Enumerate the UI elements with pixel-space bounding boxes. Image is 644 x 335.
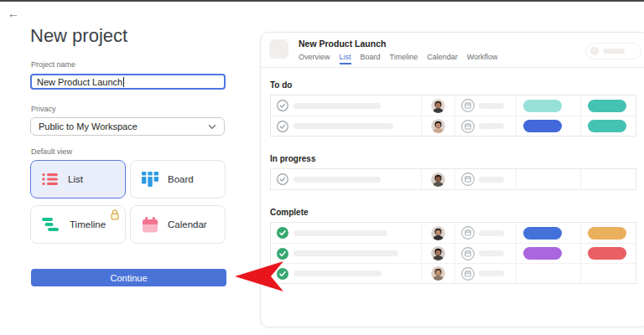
project-preview-card: New Product Launch OverviewListBoardTime…: [260, 32, 644, 327]
date-skeleton: [479, 230, 504, 236]
header-divider: [261, 67, 644, 68]
task-name-cell: [271, 244, 421, 263]
list-view-icon: [42, 173, 59, 186]
project-name-input[interactable]: New Product Launch: [30, 74, 226, 90]
project-name-value: New Product Launch: [37, 77, 122, 87]
task-row: [271, 95, 636, 116]
date-skeleton: [479, 103, 504, 109]
task-section: Complete: [270, 208, 636, 284]
tag-cell: [516, 169, 580, 189]
due-date-cell: [454, 169, 516, 189]
tag-pill: [523, 120, 562, 132]
task-title-skeleton: [293, 123, 393, 129]
task-title-skeleton: [293, 103, 381, 109]
project-name-label: Project name: [31, 60, 75, 69]
assignee-cell: [421, 264, 454, 283]
task-section: In progress: [270, 154, 636, 190]
assignee-cell: [421, 116, 454, 136]
section-table: [270, 95, 636, 137]
view-option-calendar[interactable]: Calendar: [130, 205, 226, 244]
share-button-skeleton: [585, 43, 641, 59]
default-view-options: List Board Timeline: [30, 160, 226, 244]
date-skeleton: [479, 250, 504, 256]
task-row: [271, 116, 636, 136]
preview-tabs: OverviewListBoardTimelineCalendarWorkflo…: [299, 53, 498, 64]
task-name-cell: [271, 223, 421, 243]
assignee-avatar: [431, 246, 445, 260]
assignee-avatar: [431, 119, 445, 133]
tag-pill: [588, 227, 626, 240]
preview-tab-overview: Overview: [299, 53, 330, 64]
task-row: [271, 243, 636, 263]
view-option-label: Timeline: [70, 219, 106, 229]
tag-pill: [523, 100, 562, 112]
view-option-label: Board: [168, 174, 194, 184]
task-name-cell: [271, 95, 421, 116]
tag-cell: [580, 244, 637, 263]
preview-sections: To doIn progressComplete: [270, 80, 636, 284]
task-row: [271, 223, 636, 243]
tag-cell: [516, 244, 580, 263]
view-option-board[interactable]: Board: [130, 160, 226, 198]
chevron-down-icon: [208, 124, 216, 130]
preview-tab-list: List: [340, 53, 351, 64]
privacy-label: Privacy: [31, 105, 56, 113]
preview-tab-calendar: Calendar: [427, 53, 458, 64]
due-date-cell: [454, 244, 516, 263]
avatar-skeleton: [590, 47, 599, 55]
check-done-icon: [277, 227, 288, 239]
view-option-label: List: [68, 174, 83, 184]
task-section: To do: [270, 80, 636, 137]
default-view-label: Default view: [31, 147, 72, 156]
task-title-skeleton: [293, 271, 382, 276]
section-table: [270, 222, 636, 284]
assignee-avatar: [431, 173, 445, 187]
view-option-list[interactable]: List: [30, 160, 126, 198]
tag-cell: [516, 116, 580, 136]
tag-pill: [523, 227, 562, 240]
view-option-timeline[interactable]: Timeline: [30, 205, 126, 244]
calendar-icon: [461, 173, 475, 186]
back-button[interactable]: ←: [8, 8, 19, 19]
due-date-cell: [454, 223, 516, 243]
section-header: Complete: [270, 208, 636, 218]
tag-cell: [516, 223, 580, 243]
tag-pill: [523, 247, 562, 260]
check-done-icon: [277, 248, 288, 260]
section-header: To do: [270, 80, 636, 90]
view-option-label: Calendar: [168, 219, 207, 229]
label-skeleton: [603, 49, 625, 54]
calendar-icon: [461, 247, 475, 260]
task-row: [271, 263, 636, 283]
check-circle-icon: [277, 173, 288, 185]
task-name-cell: [271, 169, 421, 189]
task-title-skeleton: [293, 230, 387, 236]
timeline-view-icon: [42, 218, 60, 231]
calendar-icon: [461, 99, 475, 112]
privacy-value: Public to My Workspace: [39, 121, 138, 131]
preview-project-title: New Product Launch: [299, 39, 386, 49]
due-date-cell: [454, 95, 516, 116]
privacy-select[interactable]: Public to My Workspace: [30, 117, 225, 136]
project-icon-placeholder: [269, 39, 288, 59]
tag-cell: [580, 95, 637, 116]
continue-button[interactable]: Continue: [31, 269, 226, 286]
task-name-cell: [271, 264, 421, 283]
date-skeleton: [479, 123, 504, 129]
task-row: [271, 169, 636, 189]
calendar-icon: [461, 226, 475, 240]
due-date-cell: [454, 116, 516, 136]
tag-pill: [588, 100, 626, 112]
assignee-avatar: [431, 266, 445, 281]
tag-cell: [516, 95, 580, 116]
date-skeleton: [479, 177, 504, 183]
text-caret: [123, 77, 124, 87]
tag-pill: [588, 247, 626, 260]
assignee-cell: [421, 169, 454, 189]
assignee-cell: [421, 223, 454, 243]
page-title: New project: [30, 25, 127, 47]
board-view-icon: [142, 172, 158, 187]
task-title-skeleton: [293, 250, 398, 256]
assignee-avatar: [431, 226, 445, 240]
check-done-icon: [277, 268, 288, 280]
